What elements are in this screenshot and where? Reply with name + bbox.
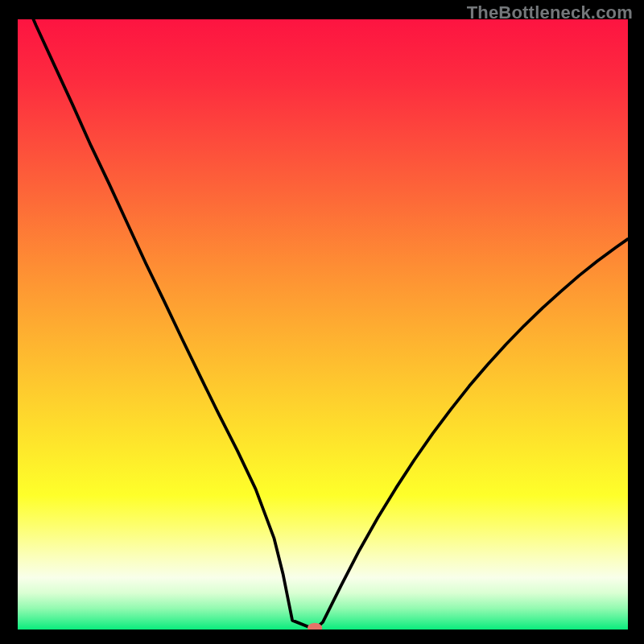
bottleneck-plot xyxy=(18,19,628,630)
plot-background xyxy=(18,19,628,630)
chart-stage: TheBottleneck.com xyxy=(0,0,644,644)
